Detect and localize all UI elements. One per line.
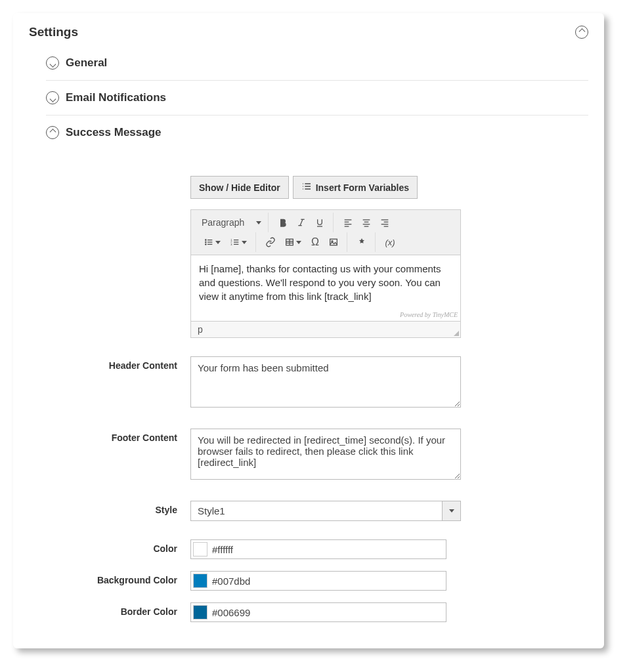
footer-content-textarea[interactable] [190, 429, 461, 480]
chevron-up-icon [578, 28, 585, 35]
table-button[interactable] [280, 234, 306, 251]
caret-down-icon [242, 241, 247, 244]
svg-point-22 [206, 240, 206, 240]
panel-title: Settings [29, 25, 78, 39]
caret-down-icon [256, 221, 261, 224]
label-header-content: Header Content [46, 356, 190, 371]
format-select-label: Paragraph [202, 217, 244, 228]
insert-variables-button[interactable]: Insert Form Variables [293, 176, 418, 199]
label-bgcolor: Background Color [46, 571, 190, 585]
editor-content[interactable]: Hi [name], thanks for contacting us with… [191, 255, 460, 321]
chevron-up-icon [49, 129, 56, 135]
link-button[interactable] [261, 234, 280, 251]
tinymce-badge: Powered by TinyMCE [400, 310, 458, 320]
sections: General Email Notifications Success Mess… [13, 46, 604, 648]
chevron-down-icon [49, 60, 56, 67]
svg-text:3: 3 [230, 243, 232, 246]
svg-rect-38 [330, 239, 337, 245]
editor-label [46, 176, 190, 180]
label-footer-content: Footer Content [46, 429, 190, 443]
settings-panel: Settings General Email Notifications Suc… [13, 13, 604, 648]
editor-path: p [198, 324, 203, 335]
list-icon [301, 181, 312, 194]
caret-down-icon [215, 241, 221, 244]
section-success[interactable]: Success Message [46, 116, 588, 150]
bgcolor-field [190, 571, 446, 591]
row-editor: Show / Hide Editor Insert Form Variables [46, 176, 588, 338]
label-color: Color [46, 539, 190, 554]
section-toggle-email[interactable] [46, 91, 59, 104]
section-email[interactable]: Email Notifications [46, 81, 588, 116]
variable-button[interactable]: (x) [381, 234, 399, 251]
success-body: Show / Hide Editor Insert Form Variables [46, 150, 588, 622]
bordercolor-input[interactable] [209, 604, 446, 621]
section-general[interactable]: General [46, 46, 588, 81]
section-title-success: Success Message [66, 126, 162, 139]
caret-down-icon [296, 241, 301, 244]
svg-line-6 [300, 219, 303, 225]
toolbar-row-2: 123 Ω [195, 232, 456, 252]
color-swatch[interactable] [193, 542, 207, 556]
align-center-button[interactable] [357, 214, 376, 231]
bgcolor-swatch[interactable] [193, 574, 207, 588]
editor-top-buttons: Show / Hide Editor Insert Form Variables [190, 176, 461, 199]
italic-button[interactable] [292, 214, 311, 231]
panel-collapse-button[interactable] [575, 26, 588, 39]
section-toggle-success[interactable] [46, 126, 59, 139]
panel-header: Settings [13, 13, 604, 46]
toggle-editor-button[interactable]: Show / Hide Editor [190, 176, 289, 199]
svg-point-23 [206, 242, 206, 242]
bullet-list-button[interactable] [199, 234, 225, 251]
special-char-button[interactable]: Ω [306, 234, 324, 251]
insert-variables-label: Insert Form Variables [316, 182, 409, 193]
media-button[interactable] [353, 234, 371, 251]
style-select-button[interactable] [442, 501, 460, 520]
row-header-content: Header Content [46, 356, 588, 410]
svg-point-24 [206, 244, 206, 245]
editor-statusbar: p [191, 321, 460, 337]
bordercolor-swatch[interactable] [193, 605, 207, 620]
caret-down-icon [449, 509, 454, 513]
numbered-list-button[interactable]: 123 [225, 234, 251, 251]
row-style: Style Style1 [46, 501, 588, 521]
row-footer-content: Footer Content [46, 429, 588, 482]
align-left-button[interactable] [339, 214, 357, 231]
color-field [190, 539, 446, 559]
editor-toolbar: Paragraph [191, 210, 460, 255]
toggle-editor-label: Show / Hide Editor [199, 182, 280, 193]
section-title-general: General [66, 56, 107, 70]
editor-field: Show / Hide Editor Insert Form Variables [190, 176, 461, 338]
section-title-email: Email Notifications [66, 91, 166, 104]
toolbar-row-1: Paragraph [195, 213, 456, 232]
row-color: Color [46, 539, 588, 559]
row-bgcolor: Background Color [46, 571, 588, 591]
chevron-down-icon [49, 95, 56, 102]
section-toggle-general[interactable] [46, 56, 59, 70]
rich-text-editor: Paragraph [190, 209, 461, 338]
format-select[interactable]: Paragraph [199, 215, 264, 230]
row-bordercolor: Border Color [46, 602, 588, 622]
label-bordercolor: Border Color [46, 602, 190, 617]
bold-button[interactable] [274, 214, 292, 231]
style-select-value: Style1 [191, 501, 442, 520]
editor-text: Hi [name], thanks for contacting us with… [199, 263, 441, 302]
image-button[interactable] [324, 234, 343, 251]
style-select[interactable]: Style1 [190, 501, 461, 521]
label-style: Style [46, 501, 190, 515]
color-input[interactable] [209, 541, 446, 558]
header-content-textarea[interactable] [190, 356, 461, 408]
resize-grip[interactable] [452, 329, 459, 336]
underline-button[interactable] [311, 214, 329, 231]
bordercolor-field [190, 602, 446, 622]
bgcolor-input[interactable] [209, 573, 446, 589]
align-right-button[interactable] [376, 214, 394, 231]
